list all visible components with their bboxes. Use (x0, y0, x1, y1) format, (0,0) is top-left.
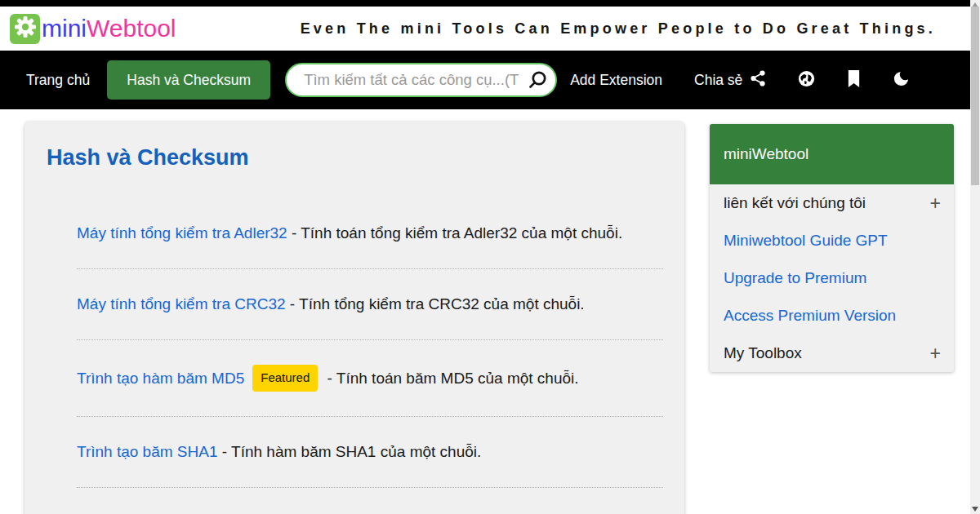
tool-list-item: Trình tạo hàm băm MD5Featured - Tính toá… (77, 340, 663, 417)
bookmark-icon (846, 69, 862, 91)
tool-list: Máy tính tổng kiểm tra Adler32 - Tính to… (77, 198, 663, 514)
gear-icon (12, 14, 38, 43)
share-label: Chia sẻ (694, 72, 742, 89)
search-input[interactable] (285, 63, 557, 97)
search-bar (285, 63, 557, 97)
sidebar-items: liên kết với chúng tôi + Miniwebtool Gui… (710, 184, 954, 372)
tool-link[interactable]: Trình tạo hàm băm MD5 (77, 370, 244, 387)
tool-description: - Tính toán băm MD5 của một chuỗi. (327, 370, 579, 387)
site-header: miniWebtool Even The mini Tools Can Empo… (0, 7, 970, 51)
sidebar-item-label: My Toolbox (724, 344, 802, 362)
search-icon (527, 81, 549, 93)
top-border-strip (0, 0, 970, 7)
main-nav: Trang chủ Hash và Checksum Add Extension… (0, 51, 970, 109)
sidebar-item-label: Access Premium Version (724, 307, 896, 325)
logo-text: miniWebtool (42, 16, 176, 41)
logo-text-mini: mini (42, 15, 87, 42)
bookmark-button[interactable] (846, 69, 862, 91)
language-button[interactable] (797, 69, 816, 91)
tool-list-item: Máy tính tổng kiểm tra Adler32 - Tính to… (77, 198, 663, 269)
sidebar-item-label: liên kết với chúng tôi (724, 194, 866, 212)
sidebar-item[interactable]: Miniwebtool Guide GPT (710, 222, 954, 259)
nav-home-link[interactable]: Trang chủ (26, 72, 90, 89)
tool-list-item: Máy tính tổng kiểm tra CRC32 - Tính tổng… (77, 269, 663, 340)
site-slogan: Even The mini Tools Can Empower People t… (301, 20, 944, 38)
page-title: Hash và Checksum (47, 145, 684, 171)
logo-gear-box (10, 14, 40, 44)
vertical-scrollbar[interactable] (970, 0, 980, 514)
sidebar-item[interactable]: liên kết với chúng tôi + (710, 184, 954, 222)
scrollbar-down-arrow-icon[interactable] (972, 507, 978, 512)
logo-text-webtool: Webtool (87, 15, 176, 42)
content-card: Hash và Checksum Máy tính tổng kiểm tra … (24, 122, 684, 514)
dark-mode-toggle[interactable] (892, 69, 911, 91)
nav-active-category-button[interactable]: Hash và Checksum (107, 60, 270, 100)
expand-plus-icon[interactable]: + (930, 193, 941, 215)
sidebar-item[interactable]: Upgrade to Premium (710, 259, 954, 297)
globe-icon (797, 69, 816, 91)
sidebar: miniWebtool liên kết với chúng tôi + Min… (710, 124, 954, 372)
tool-link[interactable]: Trình tạo băm SHA1 (77, 443, 217, 460)
tool-list-item: Trình tạo băm SHA1 - Tính hàm băm SHA1 c… (77, 417, 663, 488)
tool-description: - Tính toán tổng kiểm tra Adler32 của mộ… (292, 224, 622, 241)
sidebar-item[interactable]: Access Premium Version (710, 297, 954, 335)
expand-plus-icon[interactable]: + (930, 343, 941, 365)
tool-description: - Tính hàm băm SHA1 của một chuỗi. (222, 443, 482, 460)
tool-link[interactable]: Máy tính tổng kiểm tra Adler32 (77, 224, 287, 241)
tool-link[interactable]: Máy tính tổng kiểm tra CRC32 (77, 295, 286, 312)
sidebar-item-label: Miniwebtool Guide GPT (724, 232, 888, 250)
share-icon (749, 69, 767, 91)
search-button[interactable] (526, 69, 549, 91)
tool-description: - Tính tổng kiểm tra CRC32 của một chuỗi… (290, 295, 585, 312)
sidebar-item-label: Upgrade to Premium (724, 269, 866, 287)
site-logo[interactable]: miniWebtool (10, 14, 176, 44)
scrollbar-thumb[interactable] (971, 7, 979, 185)
featured-badge: Featured (252, 365, 318, 392)
tool-list-item: Trình tạo hàm băm SHA224 - Tính hàm băm … (77, 488, 663, 514)
sidebar-header: miniWebtool (710, 124, 954, 184)
nav-add-extension-link[interactable]: Add Extension (570, 72, 662, 89)
moon-icon (892, 69, 911, 91)
share-button[interactable]: Chia sẻ (694, 69, 767, 91)
sidebar-item[interactable]: My Toolbox + (710, 335, 954, 372)
